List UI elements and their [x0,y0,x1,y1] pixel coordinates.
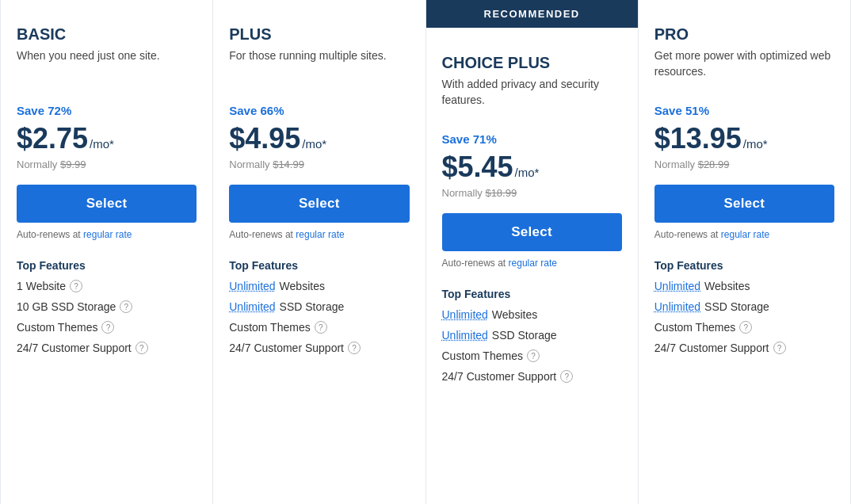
feature-text-basic-2: Custom Themes [17,321,97,334]
plan-column-plus: PLUSFor those running multiple sites.Sav… [213,0,426,504]
feature-item-choice-plus-0: Unlimited Websites [442,308,622,321]
info-icon-basic-0[interactable]: ? [70,280,82,292]
info-icon-choice-plus-2[interactable]: ? [527,349,540,362]
info-icon-pro-3[interactable]: ? [773,342,786,354]
price-row-basic: $2.75 /mo* [17,122,197,155]
plan-description-pro: Get more power with optimized web resour… [654,48,834,90]
feature-text-basic-3: 24/7 Customer Support [17,342,132,354]
feature-text-basic-0: 1 Website [17,280,66,292]
feature-text-plus-3: 24/7 Customer Support [229,342,344,354]
regular-rate-link-basic[interactable]: regular rate [83,229,132,240]
top-features-label-plus: Top Features [229,259,409,272]
regular-rate-link-choice-plus[interactable]: regular rate [509,258,557,269]
feature-item-plus-2: Custom Themes? [229,321,409,334]
auto-renew-basic: Auto-renews at regular rate [17,229,197,240]
recommended-banner: RECOMMENDED [426,0,638,28]
feature-link-pro-1[interactable]: Unlimited [654,300,700,313]
select-button-choice-plus[interactable]: Select [442,213,622,251]
price-main-plus: $4.95 [229,122,300,155]
regular-rate-link-pro[interactable]: regular rate [721,229,769,240]
price-per-plus: /mo* [302,137,326,151]
feature-item-choice-plus-3: 24/7 Customer Support? [442,370,622,383]
feature-item-pro-1: Unlimited SSD Storage [654,300,834,313]
save-badge-basic: Save 72% [17,104,197,117]
price-per-basic: /mo* [90,137,114,151]
feature-item-choice-plus-1: Unlimited SSD Storage [442,329,622,342]
feature-item-basic-0: 1 Website? [17,280,197,292]
auto-renew-pro: Auto-renews at regular rate [654,229,834,240]
feature-link-plus-0[interactable]: Unlimited [229,280,275,292]
feature-link-pro-0[interactable]: Unlimited [654,280,700,292]
top-features-label-basic: Top Features [17,259,197,272]
info-icon-plus-2[interactable]: ? [315,321,327,334]
info-icon-plus-3[interactable]: ? [348,342,361,354]
price-main-basic: $2.75 [17,122,88,155]
save-badge-choice-plus: Save 71% [442,132,622,146]
select-button-pro[interactable]: Select [654,185,834,223]
feature-text-plus-1: SSD Storage [280,300,345,313]
feature-text-pro-2: Custom Themes [654,321,735,334]
feature-text-pro-1: SSD Storage [704,300,769,313]
plan-description-choice-plus: With added privacy and security features… [442,77,622,118]
feature-link-choice-plus-0[interactable]: Unlimited [442,308,488,321]
regular-rate-link-plus[interactable]: regular rate [296,229,344,240]
feature-item-plus-1: Unlimited SSD Storage [229,300,409,313]
price-normal-plus: Normally $14.99 [229,158,409,170]
feature-item-choice-plus-2: Custom Themes? [442,349,622,362]
feature-text-choice-plus-3: 24/7 Customer Support [442,370,557,383]
feature-item-basic-3: 24/7 Customer Support? [17,342,197,354]
price-normal-basic: Normally $9.99 [17,158,197,170]
select-button-plus[interactable]: Select [229,185,409,223]
feature-text-pro-3: 24/7 Customer Support [654,342,769,354]
select-button-basic[interactable]: Select [17,185,197,223]
info-icon-pro-2[interactable]: ? [739,321,752,334]
feature-item-basic-1: 10 GB SSD Storage? [17,300,197,313]
plan-description-plus: For those running multiple sites. [229,48,409,90]
info-icon-basic-1[interactable]: ? [120,300,132,313]
feature-text-basic-1: 10 GB SSD Storage [17,300,116,313]
auto-renew-choice-plus: Auto-renews at regular rate [442,258,622,269]
save-badge-pro: Save 51% [654,104,834,117]
info-icon-basic-2[interactable]: ? [101,321,114,334]
feature-text-choice-plus-1: SSD Storage [492,329,557,342]
top-features-label-choice-plus: Top Features [442,288,622,300]
pricing-wrapper: BASICWhen you need just one site.Save 72… [0,0,851,504]
save-badge-plus: Save 66% [229,104,409,117]
price-normal-pro: Normally $28.99 [654,158,834,170]
feature-text-choice-plus-0: Websites [492,308,537,321]
feature-text-pro-0: Websites [704,280,750,292]
feature-link-plus-1[interactable]: Unlimited [229,300,275,313]
feature-item-pro-3: 24/7 Customer Support? [654,342,834,354]
price-row-plus: $4.95 /mo* [229,122,409,155]
info-icon-basic-3[interactable]: ? [135,342,148,354]
plan-description-basic: When you need just one site. [17,48,197,90]
feature-item-pro-2: Custom Themes? [654,321,834,334]
top-features-label-pro: Top Features [654,259,834,272]
auto-renew-plus: Auto-renews at regular rate [229,229,409,240]
price-main-pro: $13.95 [654,122,742,155]
feature-item-plus-0: Unlimited Websites [229,280,409,292]
price-per-pro: /mo* [743,137,768,151]
price-row-pro: $13.95 /mo* [654,122,834,155]
feature-link-choice-plus-1[interactable]: Unlimited [442,329,488,342]
feature-text-choice-plus-2: Custom Themes [442,349,523,362]
plan-name-choice-plus: CHOICE PLUS [442,54,622,72]
feature-item-plus-3: 24/7 Customer Support? [229,342,409,354]
feature-item-pro-0: Unlimited Websites [654,280,834,292]
plan-name-plus: PLUS [229,25,409,44]
info-icon-choice-plus-3[interactable]: ? [560,370,573,383]
plan-name-pro: PRO [654,25,834,44]
price-normal-choice-plus: Normally $18.99 [442,187,622,199]
plan-name-basic: BASIC [17,25,197,44]
price-per-choice-plus: /mo* [515,166,540,179]
plan-column-basic: BASICWhen you need just one site.Save 72… [0,0,213,504]
price-main-choice-plus: $5.45 [442,151,513,184]
price-row-choice-plus: $5.45 /mo* [442,151,622,184]
feature-item-basic-2: Custom Themes? [17,321,197,334]
plan-column-pro: PROGet more power with optimized web res… [639,0,851,504]
feature-text-plus-0: Websites [280,280,325,292]
feature-text-plus-2: Custom Themes [229,321,310,334]
plan-column-choice-plus: RECOMMENDEDCHOICE PLUSWith added privacy… [426,0,639,504]
